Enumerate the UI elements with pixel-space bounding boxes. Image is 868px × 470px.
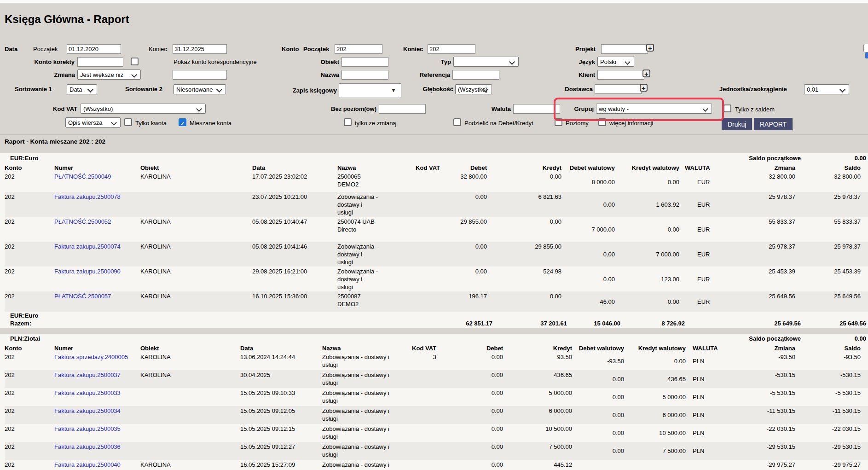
pokaz-konto-checkbox[interactable] [131,58,139,65]
cell-numer[interactable]: Faktura zakupu.2500090 [54,267,140,291]
klient-picker-plus-icon[interactable]: + [642,70,650,77]
podzielic-checkbox[interactable] [453,118,461,126]
cell-numer[interactable]: Faktura zakupu.2500033 [54,388,140,406]
data-koniec-input[interactable] [173,44,227,54]
cell-debet: 0.00 [437,406,504,424]
referencja-input[interactable] [452,70,499,80]
nazwa-label: Nazwa [295,71,339,78]
cell-numer[interactable]: PŁATNOŚĆ.2500049 [54,172,140,192]
grupuj-select[interactable]: wg waluty - [596,104,712,114]
edge-widget-icon[interactable] [865,52,868,58]
cell-kod_vat [401,460,437,470]
typ-select[interactable] [453,57,519,67]
kod-vat-select[interactable]: (Wszystko) [81,104,206,114]
col-header-konto: Konto [5,163,54,172]
projekt-input[interactable] [601,44,648,54]
cell-kredyt_wal: 7 000.00 [616,250,680,258]
bez-poziomow-input[interactable] [379,104,426,114]
cell-waluta: PLN [687,357,725,365]
cell-numer[interactable]: Faktura zakupu.2500078 [54,192,140,217]
cell-zmiana: -11 530.15 [725,406,796,424]
col-header-numer: Numer [54,163,140,172]
cell-saldo: 32 800.00 [796,172,862,192]
cell-zmiana: 55 833.37 [719,217,796,242]
cell-kredyt: 10 500.00 [504,424,573,442]
edge-widget[interactable] [863,44,868,52]
report-section-eur: EUR:EuroSaldo początkowe0.00KontoNumerOb… [0,153,868,328]
cell-kod_vat [401,424,437,442]
cell-waluta: EUR [680,178,719,186]
cell-konto: 202 [5,442,54,460]
cell-numer[interactable]: Faktura zakupu.2500037 [54,370,140,388]
sortowanie1-select[interactable]: Data [67,84,97,94]
tylko-kwota-checkbox[interactable] [124,118,132,126]
cell-debet_wal: 0.00 [573,429,625,437]
cell-numer[interactable]: Faktura zakupu.2500074 [54,242,140,267]
mieszane-konta-checkbox[interactable]: ✓ [179,118,186,126]
column-header-row: KontoNumerObiektDataNazwaKod VATDebetKre… [5,343,868,352]
glebokosc-select[interactable]: (Wszystko) [455,84,492,94]
cell-numer[interactable]: Faktura zakupu.2500036 [54,442,140,460]
jednostka-select[interactable]: 0,01 [804,84,849,94]
zapis-ksiegowy-label: Zapis księgowy [272,87,337,94]
cell-debet_wal: 46.00 [562,298,616,306]
raport-button[interactable]: RAPORT [754,118,793,130]
cell-numer[interactable]: Faktura zakupu.2500035 [54,424,140,442]
sortowanie2-select[interactable]: Niesortowane [174,84,226,94]
zapis-ksiegowy-combo[interactable]: ▼ [339,83,401,98]
zmiana-select[interactable]: Jest większe niż [77,70,141,80]
tylko-z-saldem-checkbox[interactable] [723,104,731,112]
cell-nazwa: Zobowiązania - dostawy i usługi [322,406,401,424]
col-header-numer: Numer [54,343,140,352]
cell-numer[interactable]: Faktura zakupu.2500040 [54,460,140,470]
cell-debet_wal: 0.00 [562,201,616,209]
poziomy-checkbox[interactable] [555,118,562,126]
cell-kod_vat [391,172,441,192]
nazwa-input[interactable] [341,70,388,80]
zmiana-value-input[interactable] [173,70,227,80]
cell-kod_vat [391,267,441,291]
waluta-input[interactable] [513,104,560,114]
mieszane-konta-label: Mieszane konta [190,120,231,127]
tylko-ze-zmiana-checkbox[interactable] [344,118,352,126]
cell-numer[interactable]: PŁATNOŚĆ.2500057 [54,291,140,312]
opis-wiersza-select[interactable]: Opis wiersza [65,117,121,128]
cell-numer[interactable]: Faktura zakupu.2500034 [54,406,140,424]
col-header-saldo: Saldo [796,343,862,352]
cell-obiekt [140,424,240,442]
cell-numer[interactable]: Faktura sprzedaży.2400005 [54,352,140,370]
konto-poczatek-input[interactable] [335,44,382,54]
klient-input[interactable] [597,70,644,80]
cell-kod_vat [391,217,441,242]
table-row: 202Faktura zakupu.2500090KAROLINA29.08.2… [5,267,868,291]
data-poczatek-label: Początek [33,46,58,52]
konto-korekty-input[interactable] [77,57,123,67]
cell-debet: 32 800.00 [441,172,488,192]
dostawca-picker-plus-icon[interactable]: + [640,84,648,92]
cell-kredyt_wal: 10 500.00 [625,429,687,437]
cell-kod_vat [401,370,437,388]
section-head: EUR:EuroSaldo początkowe0.00 [5,153,868,163]
cell-numer[interactable]: PŁATNOŚĆ.2500052 [54,217,140,242]
drukuj-button[interactable]: Drukuj [722,118,752,130]
jezyk-select[interactable]: Polski [597,57,634,67]
obiekt-input[interactable] [341,57,388,67]
wiecej-informacji-label: więcej informacji [609,120,653,127]
razem-label: Razem: [10,320,31,327]
cell-saldo: 25 649.56 [796,291,862,312]
cell-waluta: EUR [680,250,719,258]
cell-saldo: 55 833.37 [796,217,862,242]
dostawca-input[interactable] [595,84,642,94]
col-header-data: Data [252,163,337,172]
cell-obiekt [140,406,240,424]
saldo-poczatkowe-label: Saldo początkowe [749,335,801,342]
cell-saldo: -530.15 [796,370,862,388]
projekt-picker-plus-icon[interactable]: + [646,44,654,52]
col-header-data: Data [240,343,322,352]
wiecej-informacji-checkbox[interactable] [598,118,606,126]
data-poczatek-input[interactable] [67,44,121,54]
konto-koniec-input[interactable] [428,44,475,54]
cell-nazwa: Zobowiązania - dostawy i usługi [337,267,391,291]
cell-obiekt: KAROLINA [140,460,240,470]
tylko-ze-zmiana-label: tylko ze zmianą [355,120,396,127]
